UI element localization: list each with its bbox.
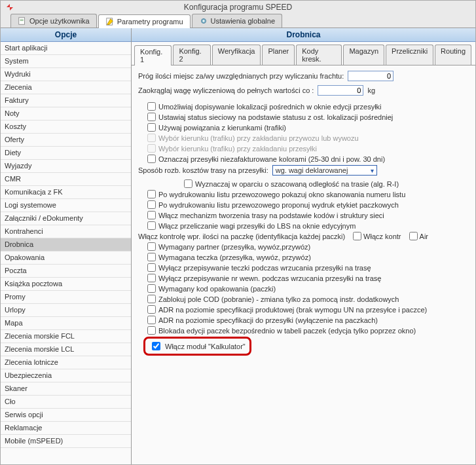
checkbox[interactable] — [147, 326, 156, 335]
cost-split-dropdown[interactable]: wg. wagi deklarowanej ▾ — [272, 165, 377, 176]
sidebar-item[interactable]: Reklamacje — [1, 422, 131, 435]
check-air[interactable]: Air — [409, 232, 428, 240]
checkbox[interactable] — [147, 295, 156, 303]
check-lock-pack-edit[interactable]: Blokada edycji paczek bezpośrednio w tab… — [138, 326, 469, 335]
tab-label: Ustawienia globalne — [211, 17, 275, 25]
sidebar-item[interactable]: Promy — [1, 291, 131, 304]
check-network-status[interactable]: Ustawiaj status sieciowy na podstawie st… — [138, 113, 469, 121]
sidebar-list[interactable]: Start aplikacjiSystemWydrukiZleceniaFakt… — [1, 42, 131, 464]
check-use-traffics[interactable]: Używaj powiązania z kierunkami (trafiki) — [138, 123, 469, 132]
check-lock-cod[interactable]: Zablokuj pole COD (pobranie) - zmiana ty… — [138, 295, 469, 303]
check-mark-uninvoiced[interactable]: Oznaczaj przesyłki niezafakturowane kolo… — [138, 155, 469, 163]
sidebar-item[interactable]: Książka pocztowa — [1, 278, 131, 291]
sidebar-item[interactable]: Opakowania — [1, 251, 131, 265]
check-adr-shipment[interactable]: ADR na poziomie specyfikacji do przesyłk… — [138, 316, 469, 324]
sidebar-item[interactable]: Logi systemowe — [1, 199, 131, 212]
round-input[interactable] — [318, 85, 363, 96]
content-area: Opcje Start aplikacjiSystemWydrukiZlecen… — [1, 28, 475, 464]
checkbox[interactable] — [147, 316, 156, 324]
check-label-after-print[interactable]: Po wydrukowaniu listu przewozowego propo… — [138, 200, 469, 209]
checkbox[interactable] — [147, 284, 156, 293]
check-estimate-distance[interactable]: Wyznaczaj w oparciu o szacowaną odległoś… — [138, 179, 469, 188]
titlebar: Konfiguracja programu SPEED — [1, 1, 475, 14]
app-window: Konfiguracja programu SPEED Opcje użytko… — [0, 0, 476, 465]
checkbox[interactable] — [147, 123, 156, 132]
threshold-input[interactable] — [348, 71, 394, 81]
checkbox[interactable] — [184, 179, 192, 188]
check-scan-after-print[interactable]: Po wydrukowaniu listu przewozowego pokaz… — [138, 190, 469, 198]
checkbox[interactable] — [147, 113, 156, 121]
sidebar-item[interactable]: Wydruki — [1, 68, 131, 81]
sidebar-item[interactable]: Drobnica — [1, 238, 131, 251]
check-require-pack-code[interactable]: Wymagany kod opakowania (paczki) — [138, 284, 469, 293]
sub-tab[interactable]: Przeliczniki — [386, 45, 433, 65]
checkbox-enable-calculator[interactable] — [152, 342, 160, 350]
sidebar-item[interactable]: Zlecenia — [1, 81, 131, 94]
checkbox[interactable] — [147, 253, 156, 261]
check-skip-internal-no[interactable]: Wyłącz przepisywanie nr wewn. podczas wr… — [138, 274, 469, 282]
checkbox[interactable] — [147, 211, 156, 219]
sidebar-item[interactable]: Diety — [1, 147, 131, 160]
sub-tab[interactable]: Konfig. 2 — [173, 45, 210, 65]
cost-split-label: Sposób rozb. kosztów trasy na przesyłki: — [138, 166, 268, 174]
sub-tab[interactable]: Magazyn — [343, 45, 384, 65]
checkbox[interactable] — [147, 274, 156, 282]
check-route-mechanism[interactable]: Włącz mechanizm tworzenia trasy na podst… — [138, 211, 469, 219]
sidebar-item[interactable]: Poczta — [1, 265, 131, 278]
check-require-folder[interactable]: Wymagana teczka (przesyłka, wywóz, przyw… — [138, 253, 469, 261]
sidebar-item[interactable]: Zlecenia lotnicze — [1, 356, 131, 369]
checkbox[interactable] — [353, 232, 361, 240]
sidebar-item[interactable]: Cło — [1, 396, 131, 409]
sidebar-item[interactable]: Wyjazdy — [1, 160, 131, 173]
sidebar-item[interactable]: Faktury — [1, 94, 131, 107]
check-allow-intermediate[interactable]: Umożliwiaj dopisywanie lokalizacji pośre… — [138, 102, 469, 111]
checkbox[interactable] — [409, 232, 418, 240]
checkbox[interactable] — [147, 242, 156, 251]
sidebar-item[interactable]: Kontrahenci — [1, 225, 131, 238]
sub-tab[interactable]: Weryfikacja — [212, 45, 261, 65]
sidebar-item[interactable]: Zlecenia morskie LCL — [1, 343, 131, 356]
checkbox[interactable] — [147, 190, 156, 198]
sidebar-item[interactable]: Skaner — [1, 382, 131, 396]
sidebar-item[interactable]: System — [1, 55, 131, 68]
sidebar-item[interactable]: Komunikacja z FK — [1, 186, 131, 199]
check-require-partner[interactable]: Wymagany partner (przesyłka, wywóz,przyw… — [138, 242, 469, 251]
tab-program-params[interactable]: Parametry programu — [98, 14, 191, 28]
sidebar-item[interactable]: Mobile (mSPEED) — [1, 435, 131, 448]
tab-user-options[interactable]: Opcje użytkownika — [10, 14, 97, 28]
sub-tab[interactable]: Kody kresk. — [296, 45, 342, 65]
checkbox[interactable] — [147, 263, 156, 272]
check-skip-folder-copy[interactable]: Wyłącz przepisywanie teczki podczas wrzu… — [138, 263, 469, 272]
checkbox[interactable] — [147, 200, 156, 209]
check-label: Włącz przeliczanie wagi przesyłki do LBS… — [158, 222, 356, 230]
checkbox[interactable] — [147, 305, 156, 314]
sidebar-item[interactable]: Oferty — [1, 134, 131, 147]
row-qty-control: Włącz kontrolę wpr. ilości na paczkę (id… — [138, 232, 469, 240]
sidebar-item[interactable]: Zlecenia morskie FCL — [1, 330, 131, 343]
sidebar-item[interactable]: Serwis opcji — [1, 409, 131, 422]
sidebar-item[interactable]: CMR — [1, 173, 131, 186]
sidebar-item[interactable]: Start aplikacji — [1, 42, 131, 55]
qty-control-label: Włącz kontrolę wpr. ilości na paczkę (id… — [138, 232, 345, 240]
sub-tab[interactable]: Routing — [435, 45, 471, 65]
checkbox[interactable] — [147, 155, 156, 163]
round-unit: kg — [367, 86, 375, 94]
sub-tab[interactable]: Konfig. 1 — [134, 45, 172, 65]
sidebar-item[interactable]: Koszty — [1, 121, 131, 134]
check-label: Włącz kontr — [363, 232, 401, 240]
sub-tab[interactable]: Planer — [262, 45, 295, 65]
sidebar-item[interactable]: Załączniki / eDokumenty — [1, 212, 131, 225]
sidebar-item[interactable]: Urlopy — [1, 304, 131, 317]
check-lbs-recalc[interactable]: Włącz przeliczanie wagi przesyłki do LBS… — [138, 221, 469, 230]
checkbox[interactable] — [147, 102, 156, 111]
sidebar-item[interactable]: Mapa — [1, 317, 131, 330]
gear-icon — [199, 16, 208, 26]
check-label: Umożliwiaj dopisywanie lokalizacji pośre… — [158, 103, 382, 111]
tab-global-settings[interactable]: Ustawienia globalne — [192, 14, 282, 28]
check-adr-product[interactable]: ADR na poziomie specyfikacji produktowej… — [138, 305, 469, 314]
sidebar-item[interactable]: Noty — [1, 107, 131, 121]
sidebar-item[interactable]: Ubezpieczenia — [1, 369, 131, 382]
round-label: Zaokrąglaj wagę wyliczeniową do pełnych … — [138, 86, 314, 94]
checkbox[interactable] — [147, 221, 156, 230]
check-enable-control[interactable]: Włącz kontr — [353, 232, 401, 240]
